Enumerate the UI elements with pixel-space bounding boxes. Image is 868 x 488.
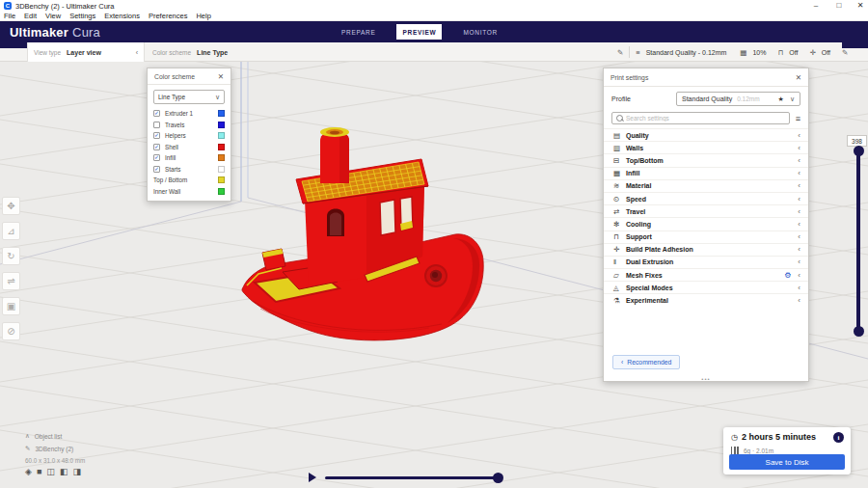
divider (629, 46, 630, 58)
color-scheme-item-extruder-1[interactable]: ✓Extruder 1 (148, 108, 231, 120)
path-slider-handle[interactable] (493, 473, 503, 483)
travel-icon: ⇄ (613, 207, 626, 216)
menu-file[interactable]: File (4, 12, 15, 20)
checkbox[interactable]: ✓ (153, 144, 160, 150)
gear-icon[interactable]: ⚙ (784, 271, 791, 280)
star-icon[interactable]: ★ (778, 95, 784, 103)
checkbox[interactable]: ✓ (153, 166, 160, 173)
color-scheme-panel-title: Color scheme (154, 73, 195, 80)
close-window-button[interactable]: ✕ (851, 0, 868, 12)
move-tool[interactable]: ✥ (2, 197, 20, 215)
top-view-icon[interactable]: ◫ (46, 467, 55, 476)
right-view-icon[interactable]: ◨ (72, 467, 81, 476)
view-type-selector[interactable]: View type Layer view ‹ (27, 42, 145, 62)
object-list-label: Object list (35, 433, 63, 440)
settings-category-special-modes[interactable]: ◬Special Modes‹ (604, 281, 808, 293)
maximize-button[interactable]: □ (829, 0, 849, 12)
color-scheme-item-helpers[interactable]: ✓Helpers (148, 130, 231, 142)
collapse-chevron-icon[interactable]: ‹ (136, 49, 138, 56)
profile-dropdown[interactable]: Standard Quality 0.12mm ★ ∨ (676, 92, 800, 106)
layer-slider-top-handle[interactable] (854, 146, 864, 156)
recommended-button[interactable]: ‹ Recommended (612, 355, 680, 369)
settings-category-cooling[interactable]: ✻Cooling‹ (604, 217, 808, 230)
settings-category-build-plate-adhesion[interactable]: ✛Build Plate Adhesion‹ (604, 243, 808, 256)
camera-view-presets: ◈■◫◧◨ (25, 467, 86, 476)
color-scheme-item-shell[interactable]: ✓Shell (148, 142, 231, 153)
print-settings-header[interactable]: Print settings ✕ (604, 68, 808, 87)
settings-category-infill[interactable]: ▦Infill‹ (604, 167, 808, 179)
color-scheme-item-label: Shell (165, 144, 218, 150)
support-blocker-tool[interactable]: ⊘ (2, 322, 20, 340)
search-input[interactable] (626, 115, 785, 122)
checkbox[interactable]: ✓ (153, 110, 160, 117)
play-button[interactable] (309, 473, 316, 482)
profile-summary[interactable]: Standard Quality - 0.12mm (646, 49, 727, 56)
tab-prepare[interactable]: PREPARE (336, 24, 381, 40)
collapse-chevron-icon: ‹ (798, 220, 800, 229)
settings-category-support[interactable]: ⊓Support‹ (604, 230, 808, 243)
tab-monitor[interactable]: MONITOR (457, 24, 502, 40)
left-view-icon[interactable]: ◧ (60, 467, 68, 476)
pencil-icon[interactable]: ✎ (617, 48, 623, 57)
collapse-chevron-icon: ‹ (798, 181, 800, 190)
adhesion-summary[interactable]: Off (822, 49, 830, 56)
3d-view-icon[interactable]: ◈ (25, 467, 32, 476)
menu-settings[interactable]: Settings (69, 12, 95, 20)
checkbox[interactable] (153, 122, 160, 128)
infill-icon: ▦ (613, 169, 626, 177)
settings-category-mesh-fixes[interactable]: ▱Mesh Fixes⚙‹ (604, 268, 808, 281)
color-scheme-item-label: Travels (165, 122, 218, 128)
path-slider-track[interactable] (325, 476, 499, 479)
color-scheme-item-starts[interactable]: ✓Starts (148, 164, 231, 176)
color-chip (218, 176, 225, 183)
print-setup-summary[interactable]: ✎ ≡ Standard Quality - 0.12mm ▦ 10% ⊓ Of… (617, 42, 848, 62)
mirror-tool[interactable]: ⇌ (2, 272, 20, 290)
menu-edit[interactable]: Edit (24, 12, 37, 20)
collapse-chevron-icon: ‹ (798, 296, 800, 305)
settings-category-travel[interactable]: ⇄Travel‹ (604, 204, 808, 217)
panel-resize-handle[interactable]: ••• (604, 376, 808, 382)
settings-menu-icon[interactable]: ≡ (796, 114, 800, 123)
per-model-settings-tool[interactable]: ▣ (2, 297, 20, 315)
object-list-item[interactable]: ✎ 3DBenchy (2) (25, 445, 73, 452)
object-list-toggle[interactable]: ∧ Object list (25, 432, 62, 440)
scale-tool[interactable]: ⊿ (2, 222, 20, 240)
close-icon[interactable]: ✕ (796, 73, 801, 82)
color-scheme-item-infill[interactable]: ✓Infill (148, 152, 231, 164)
pencil-icon[interactable]: ✎ (842, 48, 848, 57)
settings-category-material[interactable]: ≋Material‹ (604, 179, 808, 192)
line-type-dropdown[interactable]: Line Type ∨ (153, 90, 225, 104)
color-scheme-item-travels[interactable]: Travels (148, 120, 231, 131)
save-to-disk-button[interactable]: Save to Disk (729, 454, 845, 470)
menu-view[interactable]: View (45, 12, 61, 20)
layer-slider-bottom-handle[interactable] (854, 326, 864, 337)
front-view-icon[interactable]: ■ (37, 467, 41, 476)
checkbox[interactable]: ✓ (153, 132, 160, 139)
settings-category-speed[interactable]: ⊙Speed‹ (604, 192, 808, 204)
search-icon (616, 115, 623, 122)
layer-slider-track[interactable] (856, 150, 860, 330)
pencil-icon: ✎ (25, 445, 30, 452)
close-icon[interactable]: ✕ (218, 72, 224, 81)
menu-preferences[interactable]: Preferences (149, 12, 187, 20)
tab-preview[interactable]: PREVIEW (396, 24, 442, 40)
settings-category-top-bottom[interactable]: ⊟Top/Bottom‹ (604, 153, 808, 166)
info-icon[interactable]: i (833, 432, 844, 443)
checkbox[interactable]: ✓ (153, 154, 160, 161)
minimize-button[interactable]: – (806, 0, 826, 12)
settings-category-walls[interactable]: ▥Walls‹ (604, 141, 808, 153)
support-summary[interactable]: Off (789, 49, 798, 56)
settings-category-quality[interactable]: ▤Quality‹ (604, 128, 808, 141)
menu-help[interactable]: Help (196, 12, 210, 20)
settings-search[interactable] (611, 112, 790, 124)
category-label: Cooling (626, 221, 798, 228)
infill-summary[interactable]: 10% (752, 49, 766, 56)
color-scheme-panel-header[interactable]: Color scheme ✕ (148, 68, 231, 85)
menu-bar: FileEditViewSettingsExtensionsPreference… (0, 12, 868, 21)
category-label: Mesh Fixes (626, 272, 784, 279)
color-scheme-selector[interactable]: Color scheme Line Type (152, 42, 228, 62)
rotate-tool[interactable]: ↻ (2, 247, 20, 265)
settings-category-dual-extrusion[interactable]: ‖Dual Extrusion‹ (604, 256, 808, 268)
menu-extensions[interactable]: Extensions (104, 12, 140, 20)
settings-category-experimental[interactable]: ⚗Experimental‹ (604, 293, 808, 306)
